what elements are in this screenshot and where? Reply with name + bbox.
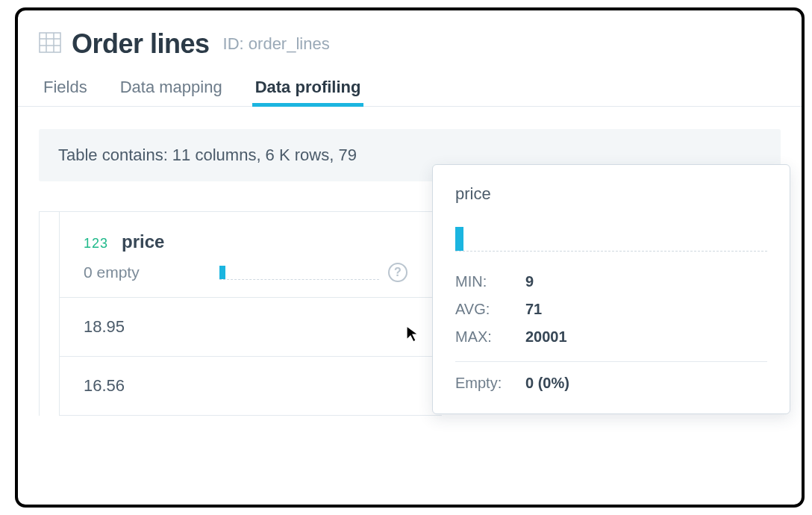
- page-title: Order lines: [72, 28, 210, 60]
- page-header: Order lines ID: order_lines: [18, 10, 802, 67]
- table-row: 16.56: [59, 357, 442, 416]
- type-badge-numeric: 123: [84, 236, 108, 252]
- stat-min: MIN: 9: [455, 268, 767, 296]
- stat-max: MAX: 20001: [455, 323, 767, 351]
- tooltip-title: price: [455, 184, 767, 204]
- column-name: price: [122, 231, 164, 252]
- empty-count: 0 empty: [84, 263, 210, 281]
- svg-rect-0: [40, 33, 60, 52]
- tab-data-mapping[interactable]: Data mapping: [120, 78, 222, 106]
- page-id: ID: order_lines: [223, 34, 330, 54]
- tab-data-profiling[interactable]: Data profiling: [255, 78, 361, 106]
- profiling-tooltip: price MIN: 9 AVG: 71 MAX: 20001 Empty: 0…: [432, 164, 790, 414]
- tab-fields[interactable]: Fields: [43, 78, 87, 106]
- column-panel: 123 price 0 empty ? 18.95 16.56: [39, 211, 442, 416]
- table-icon: [39, 32, 61, 56]
- column-header: 123 price 0 empty ?: [59, 212, 442, 298]
- mini-histogram: [219, 265, 379, 280]
- stat-avg: AVG: 71: [455, 296, 767, 323]
- stat-empty: Empty: 0 (0%): [455, 369, 767, 397]
- table-row: 18.95: [59, 298, 442, 357]
- tabs: Fields Data mapping Data profiling: [18, 67, 802, 107]
- help-icon[interactable]: ?: [388, 263, 407, 282]
- tooltip-histogram: [455, 226, 767, 252]
